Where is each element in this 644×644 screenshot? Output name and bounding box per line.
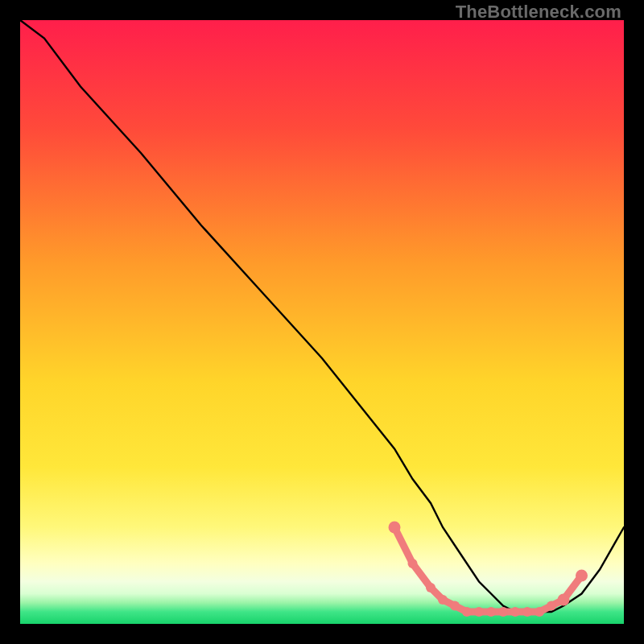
marker-dot	[462, 607, 472, 617]
marker-dot	[547, 601, 556, 611]
bottleneck-curve	[20, 20, 624, 624]
marker-dot	[486, 607, 496, 617]
marker-dot	[438, 595, 448, 605]
marker-dot	[389, 522, 401, 534]
marker-dot	[474, 607, 484, 617]
curve-path	[20, 20, 624, 612]
marker-dot	[426, 583, 436, 592]
marker-dot	[558, 594, 570, 606]
marker-dot	[522, 607, 532, 617]
marker-dot	[510, 607, 520, 617]
chart-frame	[20, 20, 624, 624]
marker-segment	[394, 527, 413, 564]
marker-dot	[535, 607, 544, 617]
optimal-range-markers	[389, 522, 588, 617]
marker-dot	[408, 559, 418, 568]
marker-dot	[498, 607, 508, 617]
watermark-text: TheBottleneck.com	[456, 2, 621, 23]
marker-dot	[576, 570, 588, 582]
marker-dot	[450, 601, 460, 611]
